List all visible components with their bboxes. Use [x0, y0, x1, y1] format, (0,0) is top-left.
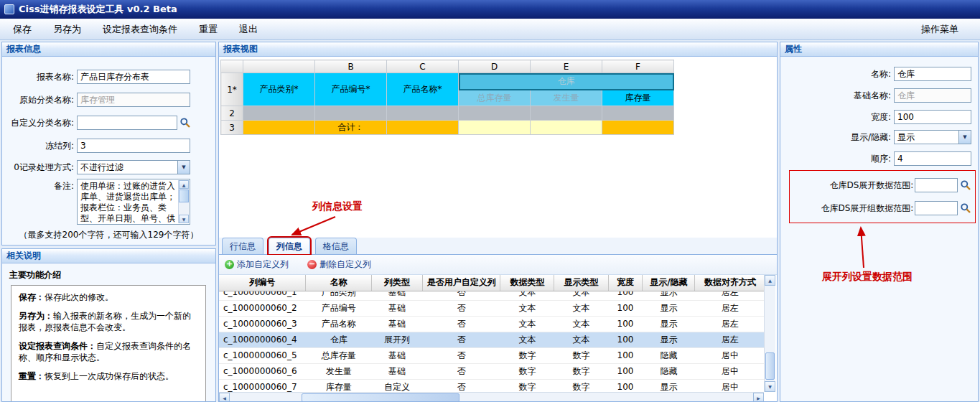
table-horizontal-scrollbar[interactable]: ◀ ▶ — [219, 392, 764, 402]
chevron-down-icon[interactable]: ▼ — [958, 131, 971, 144]
column-table-cell[interactable]: 居左 — [695, 300, 764, 316]
column-table-cell[interactable]: c_1000000060_3 — [219, 316, 306, 332]
column-table-cell[interactable]: 否 — [423, 316, 500, 332]
column-table-cell[interactable]: 100 — [608, 316, 643, 332]
prop-width-input[interactable] — [894, 110, 971, 124]
column-table-cell[interactable]: 居左 — [695, 291, 764, 300]
column-table-cell[interactable]: 数字 — [554, 379, 608, 392]
grid-cell-warehouse-merged[interactable]: 仓库 — [459, 73, 674, 90]
scroll-up-icon[interactable]: ▲ — [765, 275, 775, 286]
menu-exit[interactable]: 退出 — [239, 23, 258, 36]
grid-col-header-C[interactable]: C — [387, 60, 459, 73]
column-table-cell[interactable]: 数字 — [554, 347, 608, 363]
scroll-right-icon[interactable]: ▶ — [753, 393, 764, 402]
column-table-header-cell[interactable]: 宽度 — [608, 275, 643, 291]
column-table-cell[interactable]: 否 — [423, 379, 500, 392]
grid-cell[interactable] — [602, 121, 674, 135]
custom-category-search-button[interactable] — [179, 116, 192, 129]
tab-column-info[interactable]: 列信息 — [269, 238, 310, 254]
grid-cell-occurrence[interactable]: 发生量 — [531, 90, 602, 106]
column-table-cell[interactable]: 文本 — [554, 332, 608, 347]
grid-cell-product-code[interactable]: 产品编号* — [315, 73, 387, 106]
column-table-cell[interactable]: 否 — [423, 332, 500, 347]
column-table-row[interactable]: c_1000000060_7库存量自定义否数字数字100显示居中 — [219, 379, 764, 392]
column-table-header-cell[interactable]: 是否用户自定义列 — [423, 275, 500, 291]
prop-order-input[interactable] — [894, 151, 971, 166]
scroll-down-icon[interactable]: ▼ — [765, 381, 775, 392]
column-table-cell[interactable]: 100 — [608, 300, 643, 316]
tab-row-info[interactable]: 行信息 — [222, 238, 263, 254]
column-table-cell[interactable]: 居中 — [695, 363, 764, 379]
grid-col-header-D[interactable]: D — [459, 60, 531, 73]
grid-col-header-blank[interactable] — [243, 60, 315, 73]
column-table-cell[interactable]: 数字 — [500, 379, 554, 392]
column-table-cell[interactable]: c_1000000060_1 — [219, 291, 306, 300]
column-table-cell[interactable]: c_1000000060_6 — [219, 363, 306, 379]
column-table-cell[interactable]: 显示 — [643, 300, 695, 316]
grid-cell[interactable] — [531, 106, 602, 121]
scroll-left-icon[interactable]: ◀ — [219, 393, 230, 402]
column-table-row[interactable]: c_1000000060_5总库存量基础否数字数字100隐藏居中 — [219, 347, 764, 363]
grid-col-header-F[interactable]: F — [602, 60, 674, 73]
column-table-cell[interactable]: 100 — [608, 291, 643, 300]
grid-cell[interactable] — [459, 121, 531, 135]
grid-row-header-1[interactable]: 1* — [221, 73, 243, 106]
horizontal-scroll-thumb[interactable] — [302, 393, 459, 402]
column-table-cell[interactable]: 100 — [608, 347, 643, 363]
column-table-cell[interactable]: c_1000000060_5 — [219, 347, 306, 363]
column-table-cell[interactable]: 100 — [608, 332, 643, 347]
column-table-header-cell[interactable]: 列类型 — [372, 275, 423, 291]
column-table-cell[interactable]: c_1000000060_4 — [219, 332, 306, 347]
grid-cell-product-category[interactable]: 产品类别* — [243, 73, 315, 106]
column-table-cell[interactable]: 基础 — [372, 316, 423, 332]
grid-cell[interactable] — [243, 106, 315, 121]
column-table-cell[interactable]: 发生量 — [306, 363, 372, 379]
scroll-down-icon[interactable]: ▼ — [179, 215, 189, 223]
column-table-cell[interactable]: 否 — [423, 347, 500, 363]
menu-save[interactable]: 保存 — [13, 23, 32, 36]
grid-cell[interactable] — [387, 106, 459, 121]
column-table-row[interactable]: c_1000000060_3产品名称基础否文本文本100显示居左 — [219, 316, 764, 332]
column-table-header-cell[interactable]: 显示/隐藏 — [643, 275, 695, 291]
column-table-cell[interactable]: 居中 — [695, 379, 764, 392]
menu-operation[interactable]: 操作菜单 — [921, 23, 958, 36]
custom-category-input[interactable] — [77, 116, 177, 130]
grid-cell[interactable] — [602, 106, 674, 121]
column-table-cell[interactable]: 显示 — [643, 332, 695, 347]
column-table-cell[interactable]: 居左 — [695, 332, 764, 347]
menu-reset[interactable]: 重置 — [199, 23, 218, 36]
column-table-cell[interactable]: 仓库 — [306, 332, 372, 347]
column-table-cell[interactable]: 文本 — [500, 300, 554, 316]
tab-cell-info[interactable]: 格信息 — [315, 238, 357, 254]
column-table-cell[interactable]: 否 — [423, 291, 500, 300]
column-table-cell[interactable]: 基础 — [372, 363, 423, 379]
remarks-scrollbar-thumb[interactable] — [179, 190, 189, 202]
column-table-cell[interactable]: c_1000000060_2 — [219, 300, 306, 316]
column-table-cell[interactable]: 隐藏 — [643, 363, 695, 379]
column-table-cell[interactable]: 100 — [608, 363, 643, 379]
menu-save-as[interactable]: 另存为 — [53, 23, 81, 36]
column-table-row[interactable]: c_1000000060_4仓库展开列否文本文本100显示居左 — [219, 332, 764, 347]
column-table-cell[interactable]: 产品编号 — [306, 300, 372, 316]
grid-cell[interactable] — [459, 106, 531, 121]
vertical-scroll-thumb[interactable] — [765, 352, 775, 380]
grid-col-header-B[interactable]: B — [315, 60, 387, 73]
remarks-textarea[interactable]: 使用单据：过账的进货入库单、进货退货出库单；报表栏位：业务员、类型、开单日期、单… — [77, 179, 190, 225]
column-table-cell[interactable]: 展开列 — [372, 332, 423, 347]
column-table-cell[interactable]: 100 — [608, 379, 643, 392]
column-table-cell[interactable]: 数字 — [500, 347, 554, 363]
grid-cell-product-name[interactable]: 产品名称* — [387, 73, 459, 106]
column-table-cell[interactable]: 库存量 — [306, 379, 372, 392]
ds-group-range-input[interactable] — [915, 201, 958, 215]
column-table-cell[interactable]: 数字 — [500, 363, 554, 379]
ds-group-range-search-button[interactable] — [959, 202, 972, 215]
column-table-row[interactable]: c_1000000060_1产品类别基础否文本文本100显示居左 — [219, 291, 764, 300]
column-table-cell[interactable]: 否 — [423, 363, 500, 379]
table-vertical-scrollbar[interactable]: ▲ ▼ — [764, 275, 775, 392]
zero-record-select[interactable] — [77, 160, 190, 174]
delete-custom-column-button[interactable]: − 删除自定义列 — [307, 258, 371, 271]
chevron-down-icon[interactable]: ▼ — [177, 161, 190, 174]
scroll-up-icon[interactable]: ▲ — [179, 180, 189, 189]
ds-range-input[interactable] — [915, 178, 958, 192]
column-table-cell[interactable]: 数字 — [554, 363, 608, 379]
